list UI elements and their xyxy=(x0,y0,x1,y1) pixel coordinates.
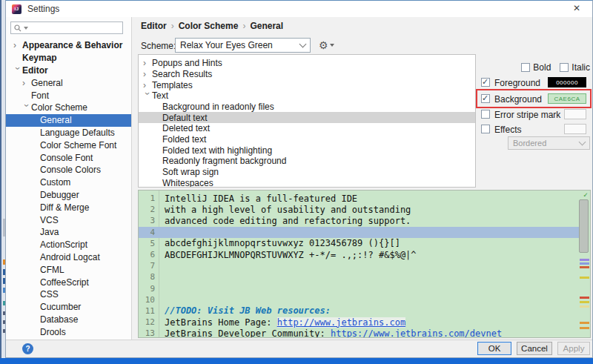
sidebar-item-label: Java xyxy=(40,227,59,237)
attribute-item-default-text[interactable]: ›Default text xyxy=(139,112,475,123)
background-color-swatch[interactable]: CAE6CA xyxy=(548,93,586,104)
preview-line[interactable]: 2with a high level of usability and outs… xyxy=(139,204,580,215)
preview-line-text: abcdefghijklmnopqrstuvwxyz 0123456789 ()… xyxy=(159,238,400,248)
sidebar-item-font[interactable]: ›Font xyxy=(6,89,131,102)
main-panel: Editor›Color Scheme›General Scheme: Rela… xyxy=(132,17,592,342)
effects-color-swatch[interactable] xyxy=(564,124,586,134)
breadcrumb-segment-general[interactable]: General xyxy=(250,21,283,31)
preview-scrollbar-thumb[interactable] xyxy=(579,199,589,253)
preview-line[interactable]: 3advanced code editing and refactoring s… xyxy=(139,215,580,226)
sidebar-item-java[interactable]: ›Java xyxy=(6,226,131,239)
sidebar-item-label: Color Scheme Font xyxy=(40,140,116,150)
sidebar-item-general[interactable]: ›General xyxy=(6,114,131,127)
bold-option[interactable]: Bold xyxy=(521,62,551,73)
attribute-item-templates[interactable]: ›Templates xyxy=(139,79,475,90)
sidebar-item-css[interactable]: ›CSS xyxy=(6,288,131,301)
close-icon[interactable]: ✕ xyxy=(573,3,580,13)
settings-sidebar: ›Appearance & Behavior›Keymap›Editor›Gen… xyxy=(6,17,132,342)
sidebar-item-appearance-behavior[interactable]: ›Appearance & Behavior xyxy=(6,39,131,52)
effects-checkbox[interactable] xyxy=(481,125,490,133)
sidebar-item-drools[interactable]: ›Drools xyxy=(6,325,131,338)
preview-line[interactable]: 12JetBrains Home Page: http://www.jetbra… xyxy=(139,317,580,328)
attribute-item-folded-text-with-highlighting[interactable]: ›Folded text with highlighting xyxy=(139,145,475,156)
foreground-color-swatch[interactable]: 000000 xyxy=(548,77,586,87)
attribute-item-search-results[interactable]: ›Search Results xyxy=(139,69,475,80)
error-stripe-mark xyxy=(580,262,589,265)
error-stripe-mark xyxy=(580,266,589,268)
sidebar-item-language-defaults[interactable]: ›Language Defaults xyxy=(6,127,131,139)
sidebar-item-console-colors[interactable]: ›Console Colors xyxy=(6,164,131,176)
sidebar-item-custom[interactable]: ›Custom xyxy=(6,176,131,189)
attribute-item-folded-text[interactable]: ›Folded text xyxy=(139,134,475,145)
preview-line[interactable]: 11//TODO: Visit JB Web resources: xyxy=(139,305,580,317)
background-checkbox[interactable] xyxy=(481,94,490,103)
sidebar-item-diff-merge[interactable]: ›Diff & Merge xyxy=(6,201,131,214)
line-number: 3 xyxy=(139,216,159,225)
sidebar-item-editor[interactable]: ›Editor xyxy=(6,64,131,77)
breadcrumb-separator: › xyxy=(242,21,245,31)
italic-option[interactable]: Italic xyxy=(560,62,590,73)
preview-line[interactable]: 1IntelliJ IDEA is a full-featured IDE xyxy=(139,193,580,204)
attribute-item-text[interactable]: ›Text xyxy=(139,90,475,102)
error-stripe-mark-checkbox[interactable] xyxy=(481,110,490,119)
italic-checkbox[interactable] xyxy=(560,63,569,72)
attribute-item-whitespaces[interactable]: ›Whitespaces xyxy=(139,177,475,188)
sidebar-item-general[interactable]: ›General xyxy=(6,76,131,89)
scheme-actions-button[interactable]: ⚙ xyxy=(319,38,334,53)
option-row-error-stripe-mark: Error stripe mark xyxy=(481,109,590,121)
title-bar[interactable]: IJ Settings ✕ xyxy=(6,1,592,17)
bold-checkbox[interactable] xyxy=(521,63,530,72)
preview-line-text: IntelliJ IDEA is a full-featured IDE xyxy=(159,193,357,204)
gear-caret-icon xyxy=(330,44,334,47)
effects-style-select[interactable]: Bordered xyxy=(508,136,590,150)
preview-line[interactable]: 10 xyxy=(139,294,580,305)
line-number: 12 xyxy=(139,317,159,327)
sidebar-item-color-scheme[interactable]: ›Color Scheme xyxy=(6,102,131,114)
preview-line[interactable]: 7 xyxy=(139,260,580,271)
scheme-select[interactable]: Relax Your Eyes Green xyxy=(175,38,311,53)
sidebar-item-color-scheme-font[interactable]: ›Color Scheme Font xyxy=(6,139,131,151)
attribute-item-popups-and-hints[interactable]: ›Popups and Hints xyxy=(139,58,475,69)
ok-button[interactable]: OK xyxy=(477,342,511,355)
breadcrumb-segment-editor[interactable]: Editor xyxy=(141,21,167,31)
breadcrumb-segment-color-scheme[interactable]: Color Scheme xyxy=(179,21,239,31)
preview-line[interactable]: 6ABCDEFGHIJKLMNOPQRSTUVWXYZ +-*/= .,;:!?… xyxy=(139,249,580,260)
sidebar-item-cucumber[interactable]: ›Cucumber xyxy=(6,301,131,314)
option-row-foreground: Foreground000000 xyxy=(481,77,590,89)
sidebar-item-database[interactable]: ›Database xyxy=(6,314,131,326)
option-label: Background xyxy=(494,94,542,105)
sidebar-item-coffeescript[interactable]: ›CoffeeScript xyxy=(6,276,131,288)
intellij-logo-icon: IJ xyxy=(12,4,21,14)
preview-line[interactable]: 5abcdefghijklmnopqrstuvwxyz 0123456789 (… xyxy=(139,238,580,249)
cancel-button[interactable]: Cancel xyxy=(517,342,552,355)
preview-line[interactable]: 8 xyxy=(139,271,580,282)
sidebar-item-cfml[interactable]: ›CFML xyxy=(6,263,131,276)
preview-line[interactable]: 9 xyxy=(139,283,580,294)
preview-line[interactable]: 13JetBrains Developer Community: https:/… xyxy=(139,328,580,338)
sidebar-item-keymap[interactable]: ›Keymap xyxy=(6,52,131,64)
preview-editor[interactable]: 1IntelliJ IDEA is a full-featured IDE2wi… xyxy=(138,190,591,338)
font-style-row: Bold Italic xyxy=(480,62,590,73)
sidebar-item-vcs[interactable]: ›VCS xyxy=(6,214,131,226)
sidebar-item-debugger[interactable]: ›Debugger xyxy=(6,189,131,202)
sidebar-item-console-font[interactable]: ›Console Font xyxy=(6,151,131,164)
settings-dialog: IJ Settings ✕ ›Appearance & Behavior›Key… xyxy=(5,0,593,358)
option-label: Foreground xyxy=(494,78,540,88)
error-stripe-mark-color-swatch[interactable] xyxy=(564,109,586,119)
apply-button[interactable]: Apply xyxy=(557,342,590,355)
sidebar-item-android-logcat[interactable]: ›Android Logcat xyxy=(6,251,131,264)
help-button[interactable]: ? xyxy=(22,343,33,354)
chevron-down-icon xyxy=(299,41,307,48)
code-segment-link: https://www.jetbrains.com/devnet xyxy=(331,328,502,338)
sidebar-item-label: Diff & Merge xyxy=(40,202,89,213)
sidebar-item-actionscript[interactable]: ›ActionScript xyxy=(6,239,131,251)
sidebar-item-label: CoffeeScript xyxy=(40,277,89,288)
attribute-item-background-in-readonly-files[interactable]: ›Background in readonly files xyxy=(139,102,475,113)
search-input[interactable] xyxy=(10,21,123,34)
foreground-checkbox[interactable] xyxy=(481,78,490,87)
attribute-item-readonly-fragment-background[interactable]: ›Readonly fragment background xyxy=(139,156,475,167)
sidebar-item-label: CSS xyxy=(40,289,59,300)
attribute-item-deleted-text[interactable]: ›Deleted text xyxy=(139,123,475,134)
preview-line[interactable]: 4 xyxy=(139,227,580,238)
attribute-item-soft-wrap-sign[interactable]: ›Soft wrap sign xyxy=(139,167,475,178)
